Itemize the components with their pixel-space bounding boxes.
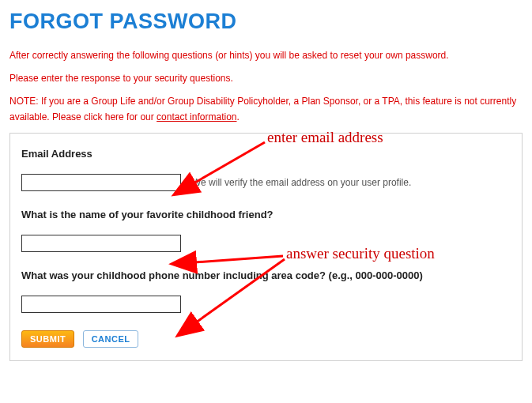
security-question-2-label: What was your childhood phone number inc… xyxy=(21,269,511,281)
cancel-button[interactable]: CANCEL xyxy=(83,330,139,348)
contact-information-link[interactable]: contact information xyxy=(157,111,236,122)
note-prefix: NOTE: If you are a Group Life and/or Gro… xyxy=(9,96,516,122)
note-suffix: . xyxy=(236,111,239,122)
button-row: SUBMIT CANCEL xyxy=(21,330,511,348)
security-answer-1-input[interactable] xyxy=(21,235,181,252)
email-helper-text: We will verify the email address on your… xyxy=(192,177,411,188)
security-answer-2-input[interactable] xyxy=(21,296,181,313)
email-input[interactable] xyxy=(21,174,181,191)
page-title: FORGOT PASSWORD xyxy=(9,9,523,34)
instruction-note: NOTE: If you are a Group Life and/or Gro… xyxy=(9,94,523,124)
instruction-line-1: After correctly answering the following … xyxy=(9,48,523,63)
email-label: Email Address xyxy=(21,148,511,160)
form-panel: Email Address We will verify the email a… xyxy=(9,133,523,361)
submit-button[interactable]: SUBMIT xyxy=(21,330,74,348)
security-question-1-label: What is the name of your favorite childh… xyxy=(21,209,511,220)
instruction-line-2: Please enter the response to your securi… xyxy=(9,71,523,86)
